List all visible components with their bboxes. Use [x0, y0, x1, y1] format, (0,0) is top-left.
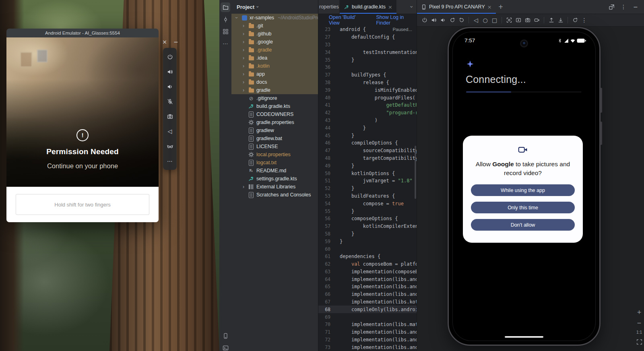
- back-icon[interactable]: ◁: [165, 127, 174, 136]
- tree-item-gradle[interactable]: ›gradle: [231, 86, 318, 94]
- code-line-65[interactable]: 65 implementation(libs.andr: [318, 283, 417, 291]
- tree-item-gradlew-bat[interactable]: gradlew.bat: [231, 134, 318, 142]
- download-icon[interactable]: [556, 16, 565, 25]
- camera-icon[interactable]: [165, 112, 174, 121]
- code-line-45[interactable]: 45 }: [318, 132, 417, 139]
- code-line-33[interactable]: 33: [318, 41, 417, 49]
- upload-icon[interactable]: [547, 16, 555, 25]
- volume-up-icon[interactable]: [429, 16, 438, 25]
- more-h-icon[interactable]: ⋯: [221, 39, 230, 48]
- tree-item--gitignore[interactable]: ⊘.gitignore: [231, 94, 318, 102]
- more-h-icon[interactable]: ⋯: [165, 157, 174, 165]
- commit-icon[interactable]: [221, 14, 230, 24]
- code-line-48[interactable]: 48 targetCompatibility: [318, 155, 417, 162]
- code-line-73[interactable]: 73 implementation(libs.andr: [318, 343, 417, 351]
- code-line-34[interactable]: 34 testInstrumentationR: [318, 48, 417, 56]
- tree-item--kotlin[interactable]: ›.kotlin: [231, 62, 318, 70]
- power-icon[interactable]: [420, 16, 429, 25]
- chevron-right-icon[interactable]: ›: [241, 31, 246, 37]
- code-line-72[interactable]: 72 implementation(libs.andr: [318, 336, 417, 344]
- chevron-right-icon[interactable]: ›: [241, 23, 246, 29]
- emulator-screen[interactable]: ! Permission Needed Continue on your pho…: [6, 37, 159, 187]
- only-this-time-button[interactable]: Only this time: [471, 202, 575, 213]
- fit-icon[interactable]: [636, 338, 643, 345]
- code-line-60[interactable]: 60: [318, 245, 417, 253]
- tab-pixel-9-pro[interactable]: Pixel 9 Pro API CANARY ×: [417, 0, 496, 14]
- close-icon[interactable]: ×: [161, 39, 168, 45]
- code-line-47[interactable]: 47 sourceCompatibility: [318, 147, 417, 155]
- volume-down-icon[interactable]: [165, 82, 174, 91]
- code-line-64[interactable]: 64 implementation(libs.andr: [318, 275, 417, 283]
- tree-item-readme-md[interactable]: M↓README.md: [231, 167, 318, 175]
- code-line-55[interactable]: 55 }: [318, 207, 417, 215]
- tree-item-build-gradle-kts[interactable]: build.gradle.kts: [231, 102, 318, 110]
- code-line-62[interactable]: 62 val composeBom = platfor: [318, 260, 417, 268]
- close-tab-icon[interactable]: ×: [487, 4, 492, 10]
- while-using-the-app-button[interactable]: While using the app: [471, 184, 575, 196]
- terminal-icon[interactable]: [221, 343, 230, 351]
- code-line-69[interactable]: 69: [318, 313, 417, 321]
- rotate-left-icon[interactable]: [448, 16, 456, 25]
- code-line-61[interactable]: 61dependencies {: [318, 253, 417, 260]
- more-v-icon[interactable]: ⋮: [619, 2, 628, 11]
- editor-scrollbar[interactable]: [415, 146, 416, 199]
- chevron-right-icon[interactable]: ›: [241, 79, 246, 85]
- tree-item--github[interactable]: ›.github: [231, 30, 318, 38]
- home-icon[interactable]: ○: [481, 16, 489, 25]
- chevron-expanded-icon[interactable]: ›: [234, 15, 239, 21]
- tree-item-app[interactable]: ›app: [231, 70, 318, 78]
- code-line-54[interactable]: 54 compose = true: [318, 200, 417, 207]
- back-icon[interactable]: ◁: [472, 16, 480, 25]
- code-line-40[interactable]: 40 proguardFiles(: [318, 94, 417, 101]
- chevron-right-icon[interactable]: ›: [241, 39, 246, 45]
- code-line-51[interactable]: 51 jvmTarget = "1.8": [318, 177, 417, 185]
- project-panel-header[interactable]: Project ›: [231, 0, 318, 14]
- float-window-icon[interactable]: [607, 2, 616, 11]
- tab-gradle-properties[interactable]: roperties: [318, 0, 340, 14]
- code-line-67[interactable]: 67 implementation(libs.kotl: [318, 298, 417, 306]
- code-line-70[interactable]: 70 implementation(libs.mate: [318, 321, 417, 328]
- tree-item-logcat-txt[interactable]: logcat.txt: [231, 159, 318, 167]
- device-manager-icon[interactable]: [221, 331, 230, 341]
- screen-record-icon[interactable]: [514, 16, 522, 25]
- code-line-50[interactable]: 50 kotlinOptions {: [318, 169, 417, 177]
- emulator-titlebar[interactable]: Android Emulator - AI_Glasses:5554: [6, 29, 159, 37]
- new-device-tab-icon[interactable]: +: [498, 4, 504, 10]
- code-editor[interactable]: 23android {27 defaultConfig {3334 testIn…: [318, 26, 417, 351]
- code-line-39[interactable]: 39 isMinifyEnabled: [318, 86, 417, 94]
- tree-item-external-libraries[interactable]: ›External Libraries: [231, 183, 318, 191]
- minimize-icon[interactable]: −: [173, 39, 179, 45]
- tree-item--google[interactable]: ›.google: [231, 38, 318, 46]
- glasses-icon[interactable]: [165, 142, 174, 151]
- close-tab-icon[interactable]: ×: [388, 4, 392, 10]
- tree-item-local-properties[interactable]: local.properties: [231, 151, 318, 159]
- tree-item-license[interactable]: LICENSE: [231, 142, 318, 151]
- rotate-right-icon[interactable]: [457, 16, 466, 25]
- tab-build-gradle-kts[interactable]: build.gradle.kts ×: [340, 0, 396, 14]
- code-line-37[interactable]: 37 buildTypes {: [318, 71, 417, 79]
- code-line-57[interactable]: 57 kotlinCompilerExtens: [318, 223, 417, 230]
- tree-item--gradle[interactable]: ›.gradle: [231, 46, 318, 54]
- chevron-right-icon[interactable]: ›: [241, 47, 246, 53]
- code-line-41[interactable]: 41 getDefaultPr: [318, 101, 417, 109]
- chevron-right-icon[interactable]: ›: [241, 55, 246, 61]
- code-line-42[interactable]: 42 "proguard-ru: [318, 109, 417, 117]
- code-line-27[interactable]: 27 defaultConfig {: [318, 33, 417, 41]
- tree-item-settings-gradle-kts[interactable]: settings.gradle.kts: [231, 175, 318, 183]
- tree-item-scratches-and-consoles[interactable]: Scratches and Consoles: [231, 191, 318, 199]
- volume-up-icon[interactable]: [165, 67, 174, 76]
- hide-icon[interactable]: −: [631, 2, 640, 11]
- restart-icon[interactable]: [571, 16, 579, 25]
- hidden-tabs-chevron-icon[interactable]: ›: [411, 4, 413, 10]
- zoom-out-icon[interactable]: −: [636, 319, 643, 326]
- overview-icon[interactable]: □: [490, 16, 499, 25]
- code-line-58[interactable]: 58 }: [318, 230, 417, 238]
- don-t-allow-button[interactable]: Don't allow: [471, 219, 575, 231]
- video-camera-icon[interactable]: [533, 16, 541, 25]
- code-line-52[interactable]: 52 }: [318, 185, 417, 192]
- code-line-66[interactable]: 66 implementation(libs.andr: [318, 291, 417, 298]
- tree-item-gradlew[interactable]: gradlew: [231, 126, 318, 134]
- tree-item--idea[interactable]: ›.idea: [231, 54, 318, 62]
- zoom-scale-label[interactable]: 1:1: [636, 330, 642, 334]
- zoom-in-icon[interactable]: +: [636, 308, 643, 316]
